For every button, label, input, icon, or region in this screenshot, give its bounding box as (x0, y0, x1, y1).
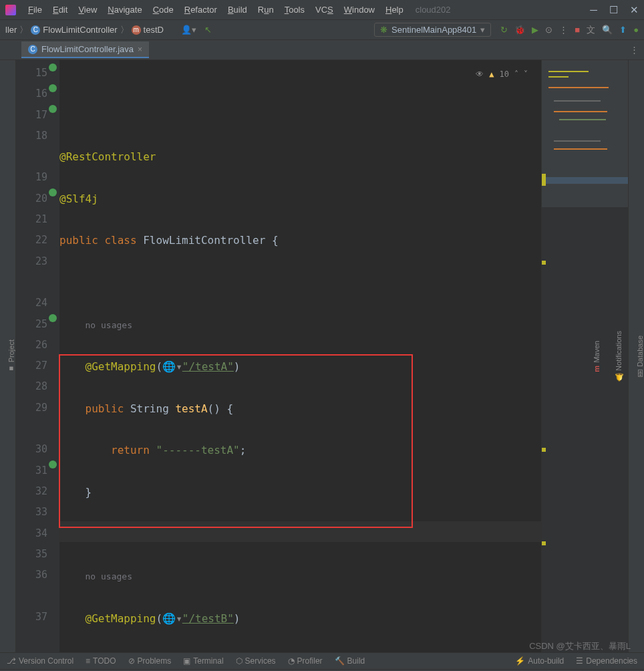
search-icon[interactable]: 🔍 (602, 25, 613, 35)
left-tool-rail: ■ Project 🔖 Bookmarks 🏛 Structure (0, 60, 16, 652)
breadcrumb-prefix: ller (5, 25, 17, 35)
tab-filename: FlowLimitController.java (41, 44, 134, 54)
hammer-icon[interactable]: ↖ (204, 25, 212, 35)
spring-gutter-icon[interactable] (49, 314, 57, 322)
spring-icon: ❋ (380, 25, 387, 35)
notifications-tool[interactable]: 🔔 Notifications (614, 331, 623, 382)
chevron-down-icon: ▾ (480, 25, 485, 35)
breadcrumb: ller 〉 C FlowLimitController 〉 m testD (5, 24, 164, 36)
menu-help[interactable]: Help (381, 3, 408, 16)
terminal-tool[interactable]: ▣ Terminal (183, 656, 223, 666)
right-tool-rail: 🗄 Database 🔔 Notifications m Maven (628, 60, 644, 652)
attach-icon[interactable]: ⋮ (559, 25, 568, 35)
menu-build[interactable]: Build (224, 3, 251, 16)
breadcrumb-method[interactable]: testD (144, 25, 164, 35)
menu-refactor[interactable]: Refactor (180, 3, 221, 16)
close-icon[interactable]: ✕ (630, 4, 639, 16)
database-tool[interactable]: 🗄 Database (636, 336, 644, 377)
spring-gutter-icon[interactable] (49, 105, 57, 113)
editor-tabs: C FlowLimitController.java × ⋮ (0, 40, 644, 60)
bottom-tool-bar: ⎇ Version Control ≡ TODO ⊘ Problems ▣ Te… (0, 652, 644, 669)
translate-icon[interactable]: 文 (587, 24, 595, 36)
menu-tools[interactable]: Tools (281, 3, 309, 16)
build-tool[interactable]: 🔨 Build (335, 656, 365, 666)
run-config-name: SentinelMainApp8401 (391, 25, 476, 35)
problems-tool[interactable]: ⊘ Problems (128, 656, 172, 666)
menu-vcs[interactable]: VCS (311, 3, 337, 16)
code-editor[interactable]: @RestController @Slf4j public class Flow… (59, 60, 541, 652)
spring-gutter-icon[interactable] (49, 63, 57, 72)
menu-code[interactable]: Code (149, 3, 178, 16)
debug-icon[interactable]: 🐞 (514, 25, 525, 35)
autobuild-tool[interactable]: ⚡ Auto-build (515, 656, 564, 666)
up-arrow-icon[interactable]: ⬆ (619, 25, 627, 35)
project-tool[interactable]: ■ Project (7, 340, 15, 373)
menu-window[interactable]: Window (340, 3, 379, 16)
maximize-icon[interactable]: ☐ (609, 4, 618, 16)
warning-count: 10 (500, 64, 509, 85)
todo-tool[interactable]: ≡ TODO (86, 656, 116, 666)
toolbar: ller 〉 C FlowLimitController 〉 m testD 👤… (0, 20, 644, 40)
chevron-icon: 〉 (19, 24, 28, 36)
class-icon: C (31, 25, 40, 35)
method-icon: m (132, 25, 141, 35)
menu-navigate[interactable]: Navigate (104, 3, 146, 16)
tab-flowlimitcontroller[interactable]: C FlowLimitController.java × (21, 41, 149, 58)
minimize-icon[interactable]: ─ (590, 4, 597, 16)
spring-gutter-icon[interactable] (49, 188, 57, 196)
green-dot-icon[interactable]: ● (633, 25, 639, 35)
coverage-icon[interactable]: ▶ (532, 25, 538, 35)
spring-gutter-icon[interactable] (49, 460, 57, 468)
titlebar: File Edit View Navigate Code Refactor Bu… (0, 0, 644, 20)
tab-menu-icon[interactable]: ⋮ (630, 45, 644, 55)
dependencies-tool[interactable]: ☰ Dependencies (576, 656, 637, 666)
inspection-widget[interactable]: 👁 ▲ 10 ˄ ˅ (476, 64, 528, 85)
main-menu: File Edit View Navigate Code Refactor Bu… (24, 3, 408, 16)
maven-tool[interactable]: m Maven (593, 341, 601, 372)
line-number-gutter: 15161718 1920212223 242526272829 3031323… (16, 60, 59, 652)
user-icon[interactable]: 👤▾ (181, 25, 196, 35)
profiler-tool[interactable]: ◔ Profiler (288, 656, 323, 666)
services-tool[interactable]: ⬡ Services (236, 656, 276, 666)
menu-view[interactable]: View (74, 3, 101, 16)
profile-icon[interactable]: ⊙ (545, 25, 552, 35)
menu-file[interactable]: File (24, 3, 46, 16)
stop-icon[interactable]: ■ (575, 25, 580, 35)
class-icon: C (28, 45, 37, 54)
tab-close-icon[interactable]: × (138, 45, 142, 54)
window-title: cloud202 (416, 5, 451, 15)
eye-off-icon[interactable]: 👁 (476, 64, 484, 85)
menu-edit[interactable]: Edit (49, 3, 71, 16)
chevron-icon: 〉 (120, 24, 129, 36)
run-config-selector[interactable]: ❋ SentinelMainApp8401 ▾ (374, 23, 491, 37)
version-control-tool[interactable]: ⎇ Version Control (7, 656, 73, 666)
menu-run[interactable]: Run (254, 3, 278, 16)
chevron-down-icon[interactable]: ˅ (524, 64, 528, 85)
app-logo-icon (5, 5, 16, 15)
run-icon[interactable]: ↻ (500, 25, 508, 35)
spring-gutter-icon[interactable] (49, 84, 57, 92)
warning-icon: ▲ (489, 64, 494, 85)
breadcrumb-class[interactable]: FlowLimitController (43, 25, 117, 35)
chevron-up-icon[interactable]: ˄ (514, 64, 518, 85)
